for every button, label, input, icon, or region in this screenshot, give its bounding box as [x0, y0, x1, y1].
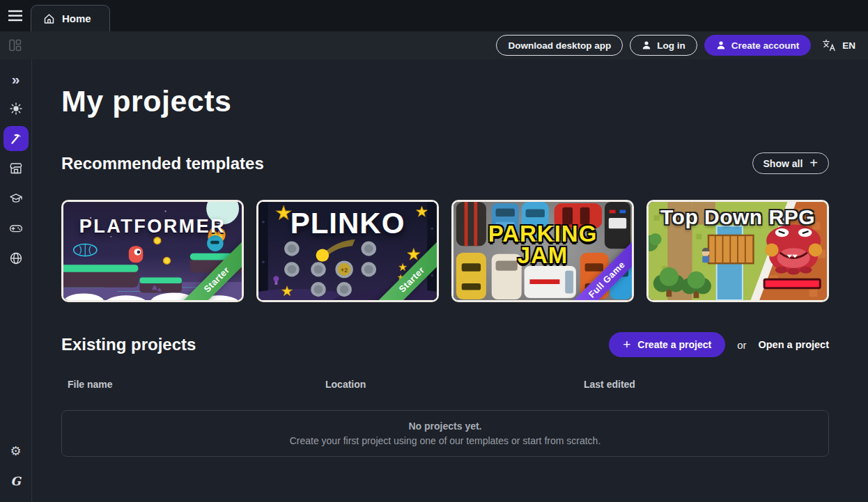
sun-icon [9, 102, 23, 116]
pickaxe-icon [9, 132, 23, 146]
login-button[interactable]: Log in [630, 35, 697, 56]
existing-projects-header: Existing projects + Create a project or … [61, 332, 829, 357]
download-desktop-app-button[interactable]: Download desktop app [496, 35, 623, 56]
sidebar-item-shop[interactable] [3, 156, 29, 181]
empty-state-description: Create your first project using one of o… [290, 435, 601, 446]
column-header-last-edited: Last edited [584, 379, 829, 390]
gear-icon: ⚙ [10, 445, 21, 457]
download-desktop-app-label: Download desktop app [508, 40, 611, 51]
sidebar: » [0, 59, 32, 502]
create-account-label: Create account [731, 40, 800, 51]
tab-home[interactable]: Home [31, 5, 110, 31]
translate-icon [822, 39, 836, 52]
template-card-parking-jam[interactable]: PARKING JAM Full Game [451, 200, 634, 302]
platformer-art [63, 202, 242, 300]
globe-icon [9, 251, 23, 265]
storefront-icon [9, 162, 23, 175]
sidebar-item-community[interactable] [3, 246, 29, 271]
page-title: My projects [61, 84, 829, 118]
show-all-label: Show all [764, 158, 803, 169]
sidebar-item-build[interactable] [3, 126, 29, 151]
sidebar-item-learn[interactable] [3, 186, 29, 211]
open-project-button[interactable]: Open a project [758, 339, 829, 350]
language-selector[interactable]: EN [822, 39, 855, 52]
language-label: EN [842, 40, 855, 51]
login-label: Log in [657, 40, 685, 51]
double-chevron-right-icon: » [12, 72, 20, 86]
existing-projects-heading: Existing projects [61, 335, 196, 354]
plus-icon: + [623, 338, 630, 351]
empty-state-title: No projects yet. [408, 421, 481, 432]
sidebar-expand-button[interactable]: » [3, 66, 29, 91]
column-header-file-name: File name [68, 379, 325, 390]
sidebar-item-play[interactable] [3, 216, 29, 241]
toolbar: Download desktop app Log in Create accou… [0, 31, 868, 59]
template-card-plinko[interactable]: +2 PLINKO Starter [256, 200, 439, 302]
template-card-platformer[interactable]: PLATFORMER Starter [61, 200, 244, 302]
main-content: My projects Recommended templates Show a… [32, 59, 868, 502]
create-project-button[interactable]: + Create a project [609, 332, 725, 357]
shell: » [0, 59, 868, 502]
recommended-heading: Recommended templates [61, 154, 264, 173]
tab-home-label: Home [62, 13, 91, 24]
game-controller-icon [9, 221, 23, 235]
panels-icon [8, 38, 22, 52]
gdevelop-logo-icon: G [10, 476, 21, 487]
top-down-rpg-art [649, 202, 827, 300]
or-label: or [737, 339, 746, 351]
sidebar-item-get-started[interactable] [3, 96, 29, 121]
tab-bar: Home [0, 0, 868, 31]
person-icon [716, 40, 726, 50]
sidebar-item-gdevelop-logo[interactable]: G [3, 469, 29, 494]
graduation-cap-icon [9, 191, 23, 205]
hamburger-icon [8, 10, 23, 22]
template-cards: PLATFORMER Starter [61, 200, 829, 302]
plus-icon: + [809, 156, 818, 170]
plinko-art: +2 [258, 202, 437, 300]
projects-table-header: File name Location Last edited [61, 379, 829, 390]
parking-jam-art [454, 202, 632, 300]
create-project-label: Create a project [637, 339, 711, 350]
show-all-button[interactable]: Show all + [752, 152, 829, 174]
recommended-section-header: Recommended templates Show all + [61, 152, 829, 174]
create-account-button[interactable]: Create account [704, 35, 812, 56]
menu-button[interactable] [0, 0, 31, 31]
template-card-top-down-rpg[interactable]: Top Down RPG [646, 200, 829, 302]
project-manager-icon[interactable] [0, 31, 31, 59]
sidebar-item-settings[interactable]: ⚙ [3, 439, 29, 464]
person-icon [642, 40, 651, 50]
plinko-bonus-label: +2 [341, 267, 348, 274]
home-icon [43, 13, 55, 24]
column-header-location: Location [325, 379, 584, 390]
empty-projects-placeholder: No projects yet. Create your first proje… [61, 410, 829, 457]
